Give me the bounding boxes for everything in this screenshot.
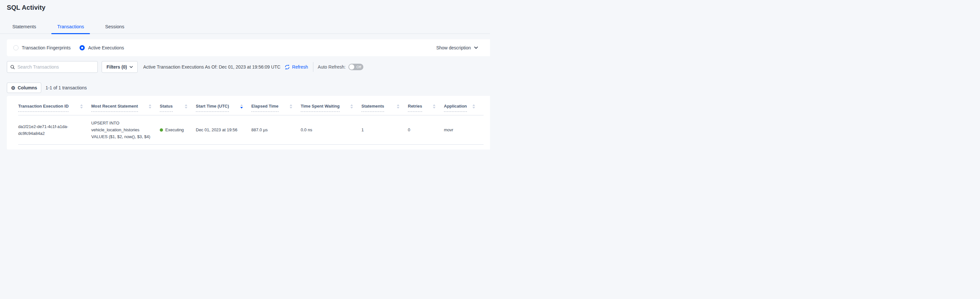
refresh-label: Refresh <box>292 64 308 70</box>
sql-activity-tabs: Statements Transactions Sessions <box>0 24 490 34</box>
sort-icon[interactable] <box>290 104 292 109</box>
auto-refresh-toggle[interactable]: Off <box>348 64 363 70</box>
column-header-status[interactable]: Status <box>160 104 196 115</box>
table-header-row: Transaction Execution ID Most Recent Sta… <box>18 104 484 115</box>
cell-status: Executing <box>160 115 196 145</box>
show-description-label: Show description <box>436 45 471 50</box>
sort-icon[interactable] <box>80 104 83 109</box>
filters-button-label: Filters (0) <box>107 64 127 70</box>
radio-transaction-fingerprints[interactable]: Transaction Fingerprints <box>13 45 70 50</box>
column-header-most-recent-statement[interactable]: Most Recent Statement <box>91 104 160 115</box>
columns-button-label: Columns <box>18 85 37 90</box>
tab-statements[interactable]: Statements <box>6 24 42 34</box>
cell-time-spent-waiting: 0.0 ns <box>301 115 361 145</box>
status-executing-dot-icon <box>160 128 163 132</box>
column-header-time-spent-waiting[interactable]: Time Spent Waiting <box>301 104 361 115</box>
tab-transactions[interactable]: Transactions <box>51 24 90 34</box>
cell-application: movr <box>444 115 484 145</box>
refresh-button[interactable]: Refresh <box>285 64 308 70</box>
tab-sessions[interactable]: Sessions <box>99 24 130 34</box>
sort-icon[interactable] <box>397 104 399 109</box>
sort-icon[interactable] <box>433 104 436 109</box>
as-of-timestamp: Active Transaction Executions As Of: Dec… <box>143 64 280 70</box>
sort-icon[interactable] <box>350 104 353 109</box>
column-header-statements[interactable]: Statements <box>361 104 408 115</box>
search-box[interactable] <box>7 61 98 73</box>
cell-start-time: Dec 01, 2023 at 19:56 <box>196 115 251 145</box>
toggle-state-label: Off <box>356 65 361 69</box>
sort-icon-active-desc[interactable] <box>240 104 243 109</box>
toolbar-divider <box>313 62 313 72</box>
page-title: SQL Activity <box>7 3 490 12</box>
search-icon <box>10 65 15 70</box>
column-header-application[interactable]: Application <box>444 104 484 115</box>
columns-button[interactable]: ⚙ Columns <box>7 83 41 93</box>
transactions-table: Transaction Execution ID Most Recent Sta… <box>18 104 484 145</box>
sort-icon[interactable] <box>473 104 475 109</box>
radio-label-fingerprints: Transaction Fingerprints <box>22 45 70 50</box>
chevron-down-icon <box>130 66 133 68</box>
chevron-down-icon <box>474 46 478 49</box>
results-count: 1-1 of 1 transactions <box>45 85 87 90</box>
radio-selected-icon[interactable] <box>80 45 85 50</box>
refresh-icon <box>285 64 290 70</box>
cell-transaction-execution-id[interactable]: da1f21e2-de71-4c1f-a1da-dc9fc94a84a2 <box>18 115 91 145</box>
column-header-start-time[interactable]: Start Time (UTC) <box>196 104 251 115</box>
radio-unselected-icon[interactable] <box>13 45 19 50</box>
search-input[interactable] <box>18 64 94 70</box>
filters-button[interactable]: Filters (0) <box>102 61 138 73</box>
gear-icon: ⚙ <box>11 85 15 90</box>
auto-refresh-label: Auto Refresh: <box>318 64 346 70</box>
show-description-toggle[interactable]: Show description <box>436 45 478 50</box>
cell-statements: 1 <box>361 115 408 145</box>
sort-icon[interactable] <box>185 104 187 109</box>
cell-most-recent-statement[interactable]: UPSERT INTO vehicle_location_histories V… <box>91 115 160 145</box>
transactions-table-card: Transaction Execution ID Most Recent Sta… <box>7 96 490 149</box>
toggle-knob <box>349 64 354 70</box>
view-mode-card: Transaction Fingerprints Active Executio… <box>7 39 490 56</box>
columns-row: ⚙ Columns 1-1 of 1 transactions <box>7 83 490 93</box>
sort-icon[interactable] <box>149 104 151 109</box>
status-badge: Executing <box>165 126 184 133</box>
column-header-transaction-execution-id[interactable]: Transaction Execution ID <box>18 104 91 115</box>
cell-retries: 0 <box>408 115 444 145</box>
radio-active-executions[interactable]: Active Executions <box>80 45 124 50</box>
column-header-retries[interactable]: Retries <box>408 104 444 115</box>
cell-elapsed-time: 887.0 µs <box>251 115 301 145</box>
transactions-toolbar: Filters (0) Active Transaction Execution… <box>7 61 490 73</box>
table-row: da1f21e2-de71-4c1f-a1da-dc9fc94a84a2 UPS… <box>18 115 484 145</box>
radio-label-active-executions: Active Executions <box>88 45 124 50</box>
column-header-elapsed-time[interactable]: Elapsed Time <box>251 104 301 115</box>
